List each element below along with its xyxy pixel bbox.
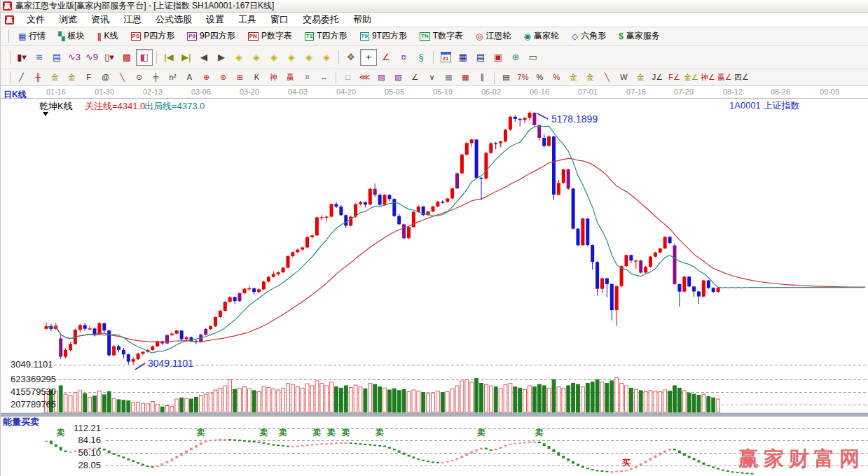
red-pen-icon[interactable]: ╲ [114, 70, 130, 85]
nav-prev-icon[interactable]: ◀ [195, 49, 212, 66]
circle-cross-icon[interactable]: ⊕ [198, 70, 214, 85]
brain-tool-icon[interactable]: § [413, 49, 429, 66]
note-document-icon[interactable]: ▤ [48, 49, 65, 66]
menu-工具[interactable]: 工具 [231, 14, 263, 24]
kline-chart[interactable]: 卖卖卖卖卖卖卖卖卖卖买乾坤K线关注线=4341.0出局线=4373.01A000… [1, 99, 868, 476]
w-bottom-icon[interactable]: W [616, 70, 632, 85]
f-fence-icon[interactable]: F [81, 70, 97, 85]
color-chart-icon[interactable]: ◧ [136, 49, 153, 66]
box-tool-icon[interactable]: □ [340, 70, 356, 85]
h-measure-icon[interactable]: ↔ [316, 70, 332, 85]
v-waves-icon[interactable]: ∨ [424, 70, 440, 85]
calendar-21-icon[interactable]: 21 [437, 49, 454, 66]
fan-box-b-icon[interactable]: ▧ [390, 70, 406, 85]
gold-fence-a-icon[interactable]: 金 [47, 70, 63, 85]
grid-box-icon[interactable]: ▦ [441, 70, 457, 85]
title-bar[interactable]: 赢 赢家江恩专业版[赢家内部服务平台] - [上证指数 SH1A0001-167… [1, 0, 868, 13]
fence-grid-icon[interactable]: ╫ [30, 70, 46, 85]
angle-measure-icon[interactable]: ∠ [378, 49, 394, 66]
wave-3-icon[interactable]: ∿3 [66, 49, 83, 66]
winner-service-button[interactable]: $赢家服务 [613, 28, 666, 44]
grid-wheel-icon[interactable]: ⊞ [232, 70, 248, 85]
ruler-123-icon[interactable]: ⌗ [299, 70, 315, 85]
percent-icon[interactable]: % [532, 70, 548, 85]
gold-circle-icon[interactable]: 金 [565, 70, 581, 85]
diamond-right-icon[interactable]: ◈ [248, 49, 265, 66]
diamond-all-icon[interactable]: ◈ [318, 49, 335, 66]
t-number-table-button[interactable]: TNT数字表 [414, 28, 469, 44]
menu-交易委托[interactable]: 交易委托 [296, 14, 346, 24]
p-square-button[interactable]: PSP四方形 [125, 28, 181, 44]
nav-last-icon[interactable]: ▶| [178, 49, 195, 66]
ying-angle-icon[interactable]: 赢∠ [717, 70, 733, 85]
f-angle-icon[interactable]: F∠ [666, 70, 682, 85]
marker-pen-icon[interactable]: ╲ [599, 70, 615, 85]
star-wheel-icon[interactable]: ⊛ [215, 70, 231, 85]
sector-blocks-button[interactable]: ▚板块 [53, 28, 90, 44]
hexagon-button[interactable]: ◇六角形 [566, 28, 612, 44]
diamond-shrink-icon[interactable]: ◈ [266, 49, 282, 66]
date-axis[interactable]: 日K线 01-1601-3002-1303-0603-2004-0304-200… [1, 86, 868, 99]
printer-icon[interactable]: ▭ [525, 49, 542, 66]
spiral-5-icon[interactable]: @ [97, 70, 113, 85]
seven-percent-icon[interactable]: 7% [515, 70, 531, 85]
menu-设置[interactable]: 设置 [199, 14, 231, 24]
k-quote-icon[interactable]: K [249, 70, 265, 85]
percent-line-icon[interactable]: % [549, 70, 565, 85]
gold-underline-icon[interactable]: 金 [582, 70, 598, 85]
notepad-icon[interactable]: ▤ [472, 49, 489, 66]
price-grid-table-icon[interactable]: ▤ [498, 70, 514, 85]
menu-浏览[interactable]: 浏览 [52, 14, 84, 24]
hand-tool-icon[interactable]: ✥ [343, 49, 359, 66]
wave-overlay-icon[interactable]: ≋ [31, 49, 48, 66]
diamond-center-icon[interactable]: ◈ [301, 49, 317, 66]
diamond-left-icon[interactable]: ◈ [230, 49, 247, 66]
save-disk-icon[interactable]: ▣ [490, 49, 507, 66]
menu-江恩[interactable]: 江恩 [116, 14, 149, 24]
menu-帮助[interactable]: 帮助 [346, 14, 378, 24]
j-angle-icon[interactable]: J∠ [649, 70, 666, 85]
angle-fan-icon[interactable]: ∠ [407, 70, 423, 85]
grid-box-red-icon[interactable]: ▦ [457, 70, 474, 85]
calculator-icon[interactable]: ▦ [455, 49, 471, 66]
parallel-lines-icon[interactable]: ∥ [474, 70, 490, 85]
t-square-button[interactable]: T3T四方形 [299, 28, 353, 44]
a-ruler-icon[interactable]: A [181, 70, 198, 85]
gann-wheel-button[interactable]: ◎江恩轮 [470, 28, 516, 44]
menu-窗口[interactable]: 窗口 [263, 14, 296, 24]
elephant-tool-icon[interactable]: ¤ [395, 49, 412, 66]
n-squared-icon[interactable]: n² [165, 70, 181, 85]
p-number-table-button[interactable]: PNP数字表 [242, 28, 298, 44]
menu-文件[interactable]: 文件 [20, 14, 52, 24]
winner-wheel-button[interactable]: ◉赢家轮 [518, 28, 564, 44]
menu-资讯[interactable]: 资讯 [84, 14, 116, 24]
nav-first-icon[interactable]: |◀ [160, 49, 177, 66]
toolbar-grip[interactable] [7, 71, 11, 84]
diamond-expand-icon[interactable]: ◈ [283, 49, 300, 66]
gold-fence-b-icon[interactable]: 金 [64, 70, 80, 85]
fence-c-icon[interactable]: ╪ [148, 70, 164, 85]
shen-angle-icon[interactable]: 神∠ [700, 70, 716, 85]
gann-fan-icon[interactable]: ⋘ [357, 70, 373, 85]
gold-angle-icon[interactable]: 金∠ [683, 70, 699, 85]
knife-pen-icon[interactable]: ╱ [13, 70, 29, 85]
menu-公式选股[interactable]: 公式选股 [149, 14, 199, 24]
toolbar-grip[interactable] [7, 51, 11, 64]
chart-area[interactable]: 卖卖卖卖卖卖卖卖卖卖买乾坤K线关注线=4341.0出局线=4373.01A000… [1, 99, 868, 476]
candle-style-dropdown-icon[interactable]: ▮▾ [13, 49, 30, 66]
crosshair-tool-icon[interactable]: + [360, 49, 377, 66]
ying-fence-icon[interactable]: 赢 [282, 70, 298, 85]
four-angle-icon[interactable]: 四∠ [733, 70, 750, 85]
hollow-candle-dropdown-icon[interactable]: ▯▾ [101, 49, 118, 66]
shen-fence-icon[interactable]: 神 [266, 70, 282, 85]
kline-button[interactable]: ∥K线 [92, 28, 124, 44]
wave-9-icon[interactable]: ∿9 [83, 49, 100, 66]
web-share-icon[interactable]: ⊕ [507, 49, 524, 66]
fan-box-a-icon[interactable]: ▨ [373, 70, 390, 85]
nav-next-icon[interactable]: ▶ [213, 49, 230, 66]
toolbar-grip[interactable] [6, 30, 9, 43]
clock-circle-icon[interactable]: ⊙ [131, 70, 147, 85]
t9-square-button[interactable]: T99T四方形 [354, 28, 413, 44]
red-pattern-icon[interactable]: ▩ [118, 49, 135, 66]
p9-square-button[interactable]: P99P四方形 [181, 28, 240, 44]
